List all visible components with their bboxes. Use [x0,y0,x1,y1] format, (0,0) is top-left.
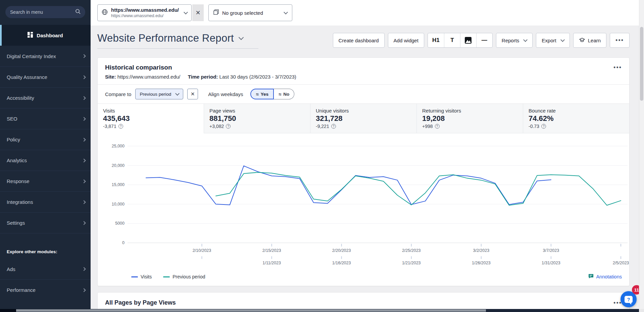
metric-tabs: Visits435,643-3,871?Page views881,750+3,… [98,104,629,133]
more-options-button[interactable]: ••• [610,33,630,48]
sidebar-item-quality-assurance[interactable]: Quality Assurance [0,66,91,87]
globe-icon [102,9,108,16]
metric-delta: +3,082 [209,124,224,129]
heading-tool-button[interactable]: H1 [428,33,444,47]
metric-tab-bounce-rate[interactable]: Bounce rate74.62%-0.73? [523,104,629,133]
sidebar-item-ads[interactable]: Ads [0,259,91,279]
metric-tab-returning-visitors[interactable]: Returning visitors19,208+998? [416,104,523,133]
site-url-secondary: https://www.umassmed.edu/ [111,13,179,19]
metric-tab-page-views[interactable]: Page views881,750+3,082? [204,104,310,133]
horizontal-scrollbar-thumb[interactable] [16,309,486,312]
metric-value: 74.62% [529,114,629,123]
sidebar-item-label: Ads [7,266,15,272]
align-weekdays-toggle: ≈ Yes ≈ No [250,89,294,99]
card-more-button[interactable]: ••• [613,66,622,69]
report-title-dropdown[interactable]: Website Performance Report [97,31,258,49]
sidebar-item-label: Integrations [7,199,33,205]
align-weekdays-label: Align weekdays [208,91,243,97]
add-widget-button[interactable]: Add widget [388,33,424,48]
horizontal-scrollbar[interactable] [0,309,639,312]
annotation-bubble-icon [588,274,594,280]
card-meta: Site: https://www.umassmed.edu/ Time per… [98,73,629,85]
sidebar-item-integrations[interactable]: Integrations [0,191,91,212]
sidebar-item-digital-certainty-index[interactable]: Digital Certainty Index [0,46,91,66]
sidebar-item-accessibility[interactable]: Accessibility [0,87,91,108]
sidebar-item-seo[interactable]: SEO [0,108,91,129]
legend-label: Visits [141,274,152,279]
metric-tab-unique-visitors[interactable]: Unique visitors321,728-9,221? [310,104,416,133]
y-tick-label: 15,000 [112,182,125,187]
group-selector-dropdown[interactable]: No group selected [208,4,292,21]
search-icon [75,9,81,15]
x-tick-label-secondary: 1/26/2023 [472,261,491,265]
vertical-scrollbar[interactable] [639,0,644,309]
help-circle-icon[interactable]: ? [331,124,336,129]
search-input[interactable] [10,9,75,15]
all-pages-card: All Pages by Page Views ••• [97,292,630,309]
text-tool-button[interactable]: T [444,33,460,47]
sidebar-item-dashboard[interactable]: Dashboard [0,25,91,46]
legend-label: Previous period [172,274,205,279]
sidebar-item-label: Digital Certainty Index [7,53,56,59]
sidebar-item-label: Accessibility [7,95,34,101]
compare-period-dropdown[interactable]: Previous period [135,89,183,99]
help-circle-icon[interactable]: ? [226,124,231,129]
create-dashboard-button[interactable]: Create dashboard [333,33,385,48]
dashboard-icon [28,32,33,39]
y-tick-label: 25,000 [112,144,125,148]
export-label: Export [542,38,556,43]
insert-tools-group: H1 T — [428,33,493,48]
divider-tool-button[interactable]: — [476,33,492,47]
sidebar-item-label: Dashboard [37,33,63,38]
sidebar-item-settings[interactable]: Settings [0,212,91,233]
chevron-right-icon [82,159,86,162]
sidebar-item-label: Policy [7,137,20,142]
remove-comparison-button[interactable]: ✕ [187,89,198,99]
vertical-scrollbar-thumb[interactable] [640,27,643,101]
align-weekdays-no-button[interactable]: ≈ No [274,89,294,99]
metric-tab-visits[interactable]: Visits435,643-3,871? [98,104,204,133]
yes-label: Yes [261,92,268,97]
image-icon [464,37,472,44]
clear-site-button[interactable]: ✕ [192,4,204,21]
sidebar-item-label: SEO [7,116,17,122]
export-dropdown-button[interactable]: Export [536,33,569,48]
sidebar-item-label: Quality Assurance [7,74,47,80]
sidebar-search[interactable] [5,6,85,18]
sidebar-item-response[interactable]: Response [0,171,91,191]
chevron-right-icon [82,54,86,58]
align-weekdays-yes-button[interactable]: ≈ Yes [250,89,274,99]
site-selector-dropdown[interactable]: https://www.umassmed.edu/ https://www.um… [97,4,192,21]
card-title: Historical comparison [105,64,172,71]
sidebar-item-analytics[interactable]: Analytics [0,150,91,171]
page-title: Website Performance Report [97,32,234,44]
sidebar-item-label: Response [7,178,30,184]
x-tick-label: 3/7/2023 [543,248,559,253]
y-tick-label: 10,000 [112,202,125,207]
y-tick-label: 20,000 [112,163,125,168]
sidebar-item-label: Settings [7,220,25,226]
compare-controls: Compare to Previous period ✕ Align weekd… [98,85,629,104]
x-tick-label: 2/25/2023 [402,248,421,253]
metric-delta: +998 [422,124,433,129]
sidebar-menu: Digital Certainty IndexQuality Assurance… [0,46,91,233]
legend-swatch [163,276,170,277]
chevron-right-icon [82,117,86,121]
ellipsis-icon: ••• [615,39,624,42]
help-circle-icon[interactable]: ? [118,124,123,129]
site-value: https://www.umassmed.edu/ [117,74,181,80]
reports-dropdown-button[interactable]: Reports [496,33,533,48]
x-tick-label: 2/10/2023 [193,248,211,253]
image-tool-button[interactable] [460,33,476,47]
metric-label: Visits [103,108,204,114]
help-circle-icon[interactable]: ? [435,124,440,129]
annotations-link[interactable]: Annotations [588,274,622,280]
compare-period-value: Previous period [140,92,171,97]
chevron-down-icon [175,91,180,96]
learn-button[interactable]: Learn [573,33,606,48]
help-circle-icon[interactable]: ? [541,124,546,129]
sidebar-item-policy[interactable]: Policy [0,129,91,150]
toolbar: Create dashboard Add widget H1 T — Repor… [333,33,630,48]
sidebar-item-performance[interactable]: Performance [0,279,91,300]
metric-value: 321,728 [316,114,416,123]
